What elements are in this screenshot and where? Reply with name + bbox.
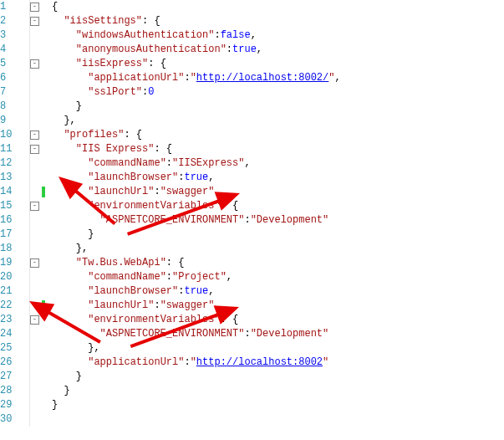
line-number: 25 [0,341,26,356]
code-line[interactable]: "IIS Express": { [52,142,504,156]
fold-cell[interactable]: - [30,313,42,327]
token: "launchUrl" [88,185,154,199]
fold-toggle-icon[interactable]: - [30,17,39,26]
code-editor[interactable]: 1234567891011121314151617181920212223242… [0,0,504,427]
code-line[interactable]: "commandName": "Project", [52,270,504,284]
token: } [76,370,82,384]
token: , [214,185,220,199]
fold-cell[interactable]: - [30,256,42,270]
token: http://localhost:8002/ [196,71,328,85]
token: , [244,156,250,171]
line-number: 29 [0,398,26,412]
token: "environmentVariables" [88,199,220,213]
change-marker-cell [42,57,48,71]
code-line[interactable]: "launchBrowser": true, [52,171,504,185]
fold-cell[interactable]: - [30,14,42,28]
code-line[interactable]: "iisSettings": { [52,14,504,28]
token: 0 [148,85,154,100]
fold-cell [30,28,42,43]
code-line[interactable]: "launchBrowser": true, [52,284,504,299]
token: "ASPNETCORE_ENVIRONMENT" [100,327,245,341]
fold-cell[interactable]: - [30,57,42,71]
code-line[interactable]: "anonymousAuthentication": true, [52,43,504,57]
code-line[interactable]: "iisExpress": { [52,57,504,71]
fold-toggle-icon[interactable]: - [30,202,39,211]
token: " [191,71,196,85]
code-line[interactable] [52,412,504,427]
token: : [166,270,172,284]
change-marker-cell [42,114,48,128]
line-number: 1 [0,0,26,14]
token: }, [64,114,75,128]
token: : [166,156,172,171]
code-line[interactable]: } [52,370,504,384]
fold-cell[interactable]: - [30,142,42,156]
token: : [142,85,148,100]
code-line[interactable]: "ASPNETCORE_ENVIRONMENT": "Development" [52,213,504,228]
line-number: 9 [0,114,26,128]
fold-cell[interactable]: - [30,128,42,142]
code-line[interactable]: "profiles": { [52,128,504,142]
code-line[interactable]: "ASPNETCORE_ENVIRONMENT": "Development" [52,327,504,341]
fold-toggle-icon[interactable]: - [30,145,39,154]
token: : { [142,14,160,28]
token: : [154,299,160,313]
token: " [191,356,196,370]
token: : [178,171,184,185]
fold-toggle-icon[interactable]: - [30,130,39,140]
code-line[interactable]: "sslPort": 0 [52,85,504,100]
fold-toggle-icon[interactable]: - [30,3,39,12]
change-marker-cell [42,313,48,327]
change-marker-cell [42,100,48,114]
change-marker-cell [42,412,48,427]
token: "commandName" [88,156,166,171]
token: "IISExpress" [172,156,244,171]
fold-cell[interactable]: - [30,0,42,14]
token: : [214,28,220,43]
code-line[interactable]: "environmentVariables": { [52,313,504,327]
code-line[interactable]: "commandName": "IISExpress", [52,156,504,171]
change-marker-cell [42,71,48,85]
fold-toggle-icon[interactable]: - [30,258,39,268]
code-line[interactable]: "launchUrl": "swagger", [52,185,504,199]
change-marker-cell [42,327,48,341]
change-marker-cell [42,142,48,156]
fold-cell[interactable]: - [30,199,42,213]
code-line[interactable]: } [52,384,504,398]
code-line[interactable]: "Tw.Bus.WebApi": { [52,256,504,270]
code-line[interactable]: } [52,228,504,242]
line-number: 13 [0,171,26,185]
fold-cell [30,384,42,398]
token: "swagger" [160,299,215,313]
code-line[interactable]: } [52,100,504,114]
token: } [76,100,82,114]
change-marker-cell [42,384,48,398]
change-marker-cell [42,270,48,284]
change-marker-cell [42,185,48,199]
fold-cell [30,341,42,356]
change-marker-cell [42,242,48,256]
token: , [251,28,257,43]
code-line[interactable]: { [52,0,504,14]
token: "Development" [251,213,329,228]
token: : [227,43,232,57]
token: "sslPort" [88,85,142,100]
fold-toggle-icon[interactable]: - [30,59,39,69]
token: , [334,71,340,85]
code-line[interactable]: "applicationUrl": "http://localhost:8002… [52,71,504,85]
code-line[interactable]: }, [52,114,504,128]
change-marker-cell [42,213,48,228]
code-area[interactable]: { "iisSettings": { "windowsAuthenticatio… [48,0,504,427]
line-number: 8 [0,100,26,114]
code-line[interactable]: "environmentVariables": { [52,199,504,213]
token: "launchBrowser" [88,171,178,185]
fold-toggle-icon[interactable]: - [30,315,39,325]
fold-cell [30,242,42,256]
code-line[interactable]: "launchUrl": "swagger", [52,299,504,313]
code-line[interactable]: "applicationUrl": "http://localhost:8002… [52,356,504,370]
code-line[interactable]: } [52,398,504,412]
code-line[interactable]: }, [52,341,504,356]
code-line[interactable]: }, [52,242,504,256]
fold-cell [30,213,42,228]
code-line[interactable]: "windowsAuthentication": false, [52,28,504,43]
